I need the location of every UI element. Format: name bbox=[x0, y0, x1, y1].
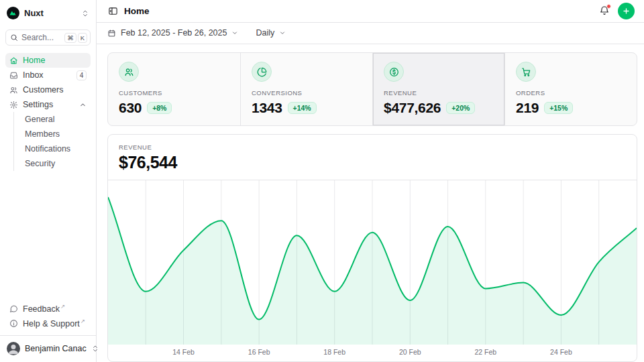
sidebar-item-general[interactable]: General bbox=[14, 112, 91, 127]
chevron-up-icon bbox=[79, 101, 87, 109]
external-link-icon: ↗ bbox=[80, 318, 85, 324]
cart-icon bbox=[521, 67, 531, 77]
search-input[interactable]: Search... ⌘ K bbox=[5, 29, 91, 46]
stat-card-orders[interactable]: ORDERS 219 +15% bbox=[504, 53, 637, 125]
chart-metric-label: REVENUE bbox=[119, 143, 626, 151]
stat-delta-badge: +15% bbox=[544, 102, 573, 114]
revenue-chart-panel: REVENUE $76,544 14 Feb16 Feb18 Feb20 Feb… bbox=[107, 134, 637, 362]
sub-item-label: Security bbox=[25, 159, 55, 168]
x-tick-label: 14 Feb bbox=[172, 348, 195, 356]
header-actions bbox=[599, 3, 635, 19]
app-window: Nuxt Search... ⌘ K Home Inbox 4 bbox=[0, 0, 644, 362]
info-circle-icon bbox=[9, 319, 18, 328]
notifications-button[interactable] bbox=[599, 5, 610, 16]
stat-value: 630 bbox=[119, 100, 142, 116]
inbox-icon bbox=[9, 71, 18, 80]
interval-label: Daily bbox=[256, 28, 274, 38]
sidebar-nav: Home Inbox 4 Customers Settings General bbox=[5, 53, 91, 171]
sidebar-item-label: Home bbox=[23, 56, 45, 65]
help-support-link[interactable]: Help & Support↗ bbox=[5, 316, 91, 330]
sub-item-label: Members bbox=[25, 129, 60, 139]
stat-card-revenue[interactable]: REVENUE $477,626 +20% bbox=[372, 53, 504, 125]
sidebar-collapse-button[interactable] bbox=[108, 6, 118, 16]
stat-value: 1343 bbox=[252, 100, 282, 116]
stats-row: CUSTOMERS 630 +8% CONVERSIONS 1343 +14% bbox=[107, 52, 637, 126]
dashboard-content: CUSTOMERS 630 +8% CONVERSIONS 1343 +14% bbox=[97, 44, 644, 362]
pie-chart-icon bbox=[257, 67, 267, 77]
sidebar-item-notifications[interactable]: Notifications bbox=[14, 141, 91, 156]
chart-header: REVENUE $76,544 bbox=[108, 135, 637, 180]
sidebar-spacer bbox=[5, 171, 91, 301]
kbd-cmd: ⌘ bbox=[64, 33, 76, 43]
stat-label: ORDERS bbox=[516, 89, 626, 97]
users-icon bbox=[124, 67, 134, 77]
sidebar-item-customers[interactable]: Customers bbox=[5, 82, 91, 97]
search-placeholder: Search... bbox=[21, 33, 54, 42]
chevron-down-icon bbox=[231, 29, 238, 36]
panel-left-icon bbox=[108, 6, 118, 16]
stat-delta-badge: +14% bbox=[288, 102, 317, 114]
home-icon bbox=[9, 56, 18, 65]
feedback-link[interactable]: Feedback↗ bbox=[5, 301, 91, 316]
gear-icon bbox=[9, 101, 18, 109]
kbd-k: K bbox=[78, 33, 87, 43]
chart-plot-area: 14 Feb16 Feb18 Feb20 Feb22 Feb24 Feb bbox=[108, 180, 637, 361]
search-icon bbox=[10, 34, 18, 42]
sidebar-divider bbox=[0, 335, 96, 336]
interval-select[interactable]: Daily bbox=[256, 28, 286, 38]
sidebar-item-members[interactable]: Members bbox=[14, 127, 91, 141]
chevrons-up-down-icon bbox=[81, 9, 89, 17]
stat-card-conversions[interactable]: CONVERSIONS 1343 +14% bbox=[240, 53, 372, 125]
team-selector[interactable]: Nuxt bbox=[5, 5, 91, 21]
x-tick-label: 18 Feb bbox=[323, 348, 345, 356]
add-button[interactable] bbox=[618, 3, 635, 19]
stat-value: $477,626 bbox=[384, 100, 441, 116]
chart-metric-value: $76,544 bbox=[119, 153, 626, 172]
chart-x-axis: 14 Feb16 Feb18 Feb20 Feb22 Feb24 Feb bbox=[108, 345, 637, 361]
calendar-icon bbox=[107, 29, 116, 38]
chat-bubble-icon bbox=[9, 304, 18, 313]
sidebar: Nuxt Search... ⌘ K Home Inbox 4 bbox=[0, 0, 97, 362]
sidebar-item-security[interactable]: Security bbox=[14, 156, 91, 171]
header: Home bbox=[97, 0, 644, 23]
stat-label: CUSTOMERS bbox=[119, 89, 229, 97]
x-tick-label: 24 Feb bbox=[550, 348, 572, 356]
x-tick-label: 16 Feb bbox=[248, 348, 270, 356]
sidebar-item-settings[interactable]: Settings bbox=[5, 97, 91, 112]
sidebar-item-label: Settings bbox=[23, 100, 53, 109]
stat-delta-badge: +8% bbox=[147, 102, 172, 114]
dollar-circle-icon bbox=[389, 67, 399, 77]
notification-dot bbox=[606, 4, 611, 9]
stat-card-customers[interactable]: CUSTOMERS 630 +8% bbox=[108, 53, 240, 125]
sub-item-label: General bbox=[25, 115, 54, 124]
x-tick-label: 22 Feb bbox=[474, 348, 496, 356]
stat-value: 219 bbox=[516, 100, 539, 116]
stat-label: REVENUE bbox=[384, 89, 494, 97]
revenue-chart-svg[interactable] bbox=[108, 180, 637, 345]
date-range-label: Feb 12, 2025 - Feb 26, 2025 bbox=[121, 28, 227, 38]
main-area: Home Feb 12, 2025 - Feb 26, 2025 Daily bbox=[97, 0, 644, 362]
external-link-icon: ↗ bbox=[60, 303, 65, 310]
x-tick-label: 20 Feb bbox=[399, 348, 421, 356]
chevron-down-icon bbox=[279, 29, 286, 36]
settings-subtree: General Members Notifications Security bbox=[13, 112, 91, 171]
search-shortcut: ⌘ K bbox=[64, 33, 87, 43]
sidebar-item-home[interactable]: Home bbox=[5, 53, 91, 68]
plus-icon bbox=[622, 7, 631, 15]
date-range-picker[interactable]: Feb 12, 2025 - Feb 26, 2025 bbox=[107, 28, 238, 38]
sidebar-item-inbox[interactable]: Inbox 4 bbox=[5, 68, 91, 82]
avatar bbox=[7, 342, 20, 355]
footer-link-label: Feedback↗ bbox=[23, 303, 65, 314]
user-menu[interactable]: Benjamin Canac bbox=[5, 341, 91, 357]
footer-link-label: Help & Support↗ bbox=[23, 318, 85, 328]
inbox-count-badge: 4 bbox=[76, 70, 87, 80]
stat-delta-badge: +20% bbox=[446, 102, 475, 114]
nuxt-logo-icon bbox=[7, 7, 19, 19]
sidebar-item-label: Inbox bbox=[23, 70, 44, 80]
sidebar-item-label: Customers bbox=[23, 85, 63, 95]
users-icon bbox=[9, 86, 18, 95]
user-name: Benjamin Canac bbox=[25, 344, 87, 353]
team-name: Nuxt bbox=[24, 8, 44, 18]
sub-item-label: Notifications bbox=[25, 144, 70, 154]
sidebar-footer-nav: Feedback↗ Help & Support↗ bbox=[5, 301, 91, 330]
